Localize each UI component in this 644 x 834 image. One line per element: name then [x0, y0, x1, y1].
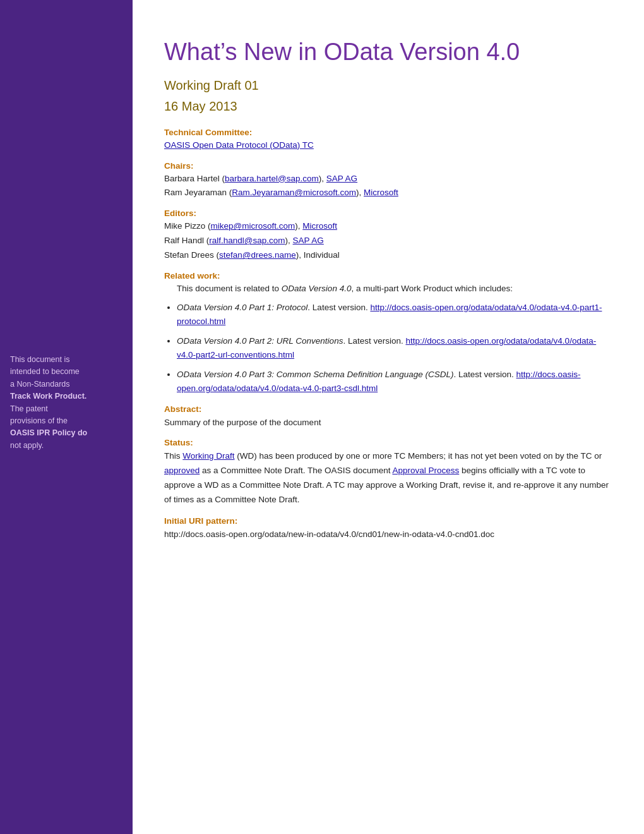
odata-tc-link[interactable]: OASIS Open Data Protocol (OData) TC [164, 140, 314, 150]
status-label: Status: [164, 438, 612, 447]
editor1-row: Mike Pizzo (mikep@microsoft.com), Micros… [164, 220, 612, 233]
chair1-email-link[interactable]: barbara.hartel@sap.com [225, 174, 319, 183]
bullet2-italic: OData Version 4.0 Part 2: URL Convention… [177, 336, 343, 346]
sidebar-note: This document is intended to become a No… [10, 354, 122, 452]
initial-uri-label: Initial URI pattern: [164, 516, 612, 526]
editor2-mid: ), [285, 236, 293, 245]
sidebar-note-bold2: OASIS IPR Policy do [10, 428, 87, 437]
related-work-label: Related work: [164, 271, 612, 281]
list-item: OData Version 4.0 Part 2: URL Convention… [177, 334, 612, 361]
editor2-org-link[interactable]: SAP AG [293, 236, 324, 245]
chair1-row: Barbara Hartel (barbara.hartel@sap.com),… [164, 172, 612, 186]
approved-link[interactable]: approved [164, 466, 200, 475]
chair2-mid: ), [356, 188, 364, 197]
technical-committee-row: OASIS Open Data Protocol (OData) TC [164, 139, 612, 152]
editor2-row: Ralf Handl (ralf.handl@sap.com), SAP AG [164, 234, 612, 248]
bullet3-italic: OData Version 4.0 Part 3: Common Schema … [177, 370, 453, 379]
chair1-mid: ), [319, 174, 326, 183]
editors-label: Editors: [164, 208, 612, 218]
abstract-text: Summary of the purpose of the document [164, 416, 612, 430]
sidebar-note-line4: The patent [10, 404, 48, 413]
editor1-name: Mike Pizzo ( [164, 221, 211, 231]
working-draft-link[interactable]: Working Draft [182, 451, 234, 461]
technical-committee-label: Technical Committee: [164, 128, 612, 137]
chair1-org-link[interactable]: SAP AG [326, 174, 357, 183]
related-work-intro: This document is related to OData Versio… [177, 282, 612, 296]
chair2-name: Ram Jeyaraman ( [164, 188, 232, 197]
sidebar-note-line6: not apply. [10, 441, 44, 450]
doc-title: What’s New in OData Version 4.0 [164, 38, 612, 67]
related-work-bullets: OData Version 4.0 Part 1: Protocol. Late… [177, 301, 612, 396]
sidebar-note-line5: provisions of the [10, 416, 68, 425]
editor1-email-link[interactable]: mikep@microsoft.com [211, 221, 295, 231]
related-work-rest: , a multi-part Work Product which includ… [351, 284, 513, 293]
list-item: OData Version 4.0 Part 3: Common Schema … [177, 368, 612, 395]
main-content: What’s New in OData Version 4.0 Working … [133, 0, 644, 834]
editor3-mid: ), Individual [296, 250, 340, 260]
bullet1-italic: OData Version 4.0 Part 1: Protocol [177, 303, 307, 312]
sidebar-note-line1: This document is [10, 355, 69, 364]
status-after-link1: (WD) has been produced by one or more TC… [235, 451, 602, 461]
initial-uri-text: http://docs.oasis-open.org/odata/new-in-… [164, 528, 612, 541]
doc-subtitle: Working Draft 01 [164, 78, 612, 93]
status-after-link2: as a Committee Note Draft. The OASIS doc… [200, 466, 392, 475]
editor1-mid: ), [295, 221, 302, 231]
doc-date: 16 May 2013 [164, 99, 612, 114]
chair2-row: Ram Jeyaraman (Ram.Jeyaraman@microsoft.c… [164, 186, 612, 200]
approval-process-link[interactable]: Approval Process [392, 466, 459, 475]
chair1-name: Barbara Hartel ( [164, 174, 225, 183]
editor3-name: Stefan Drees ( [164, 250, 219, 260]
editor1-org-link[interactable]: Microsoft [302, 221, 337, 231]
related-work-intro-text: This document is related to [177, 284, 282, 293]
sidebar-note-line2: intended to become [10, 367, 80, 376]
related-work-italic: OData Version 4.0 [282, 284, 352, 293]
editor2-name: Ralf Handl ( [164, 236, 209, 245]
editor3-email-link[interactable]: stefan@drees.name [219, 250, 296, 260]
status-before-link1: This [164, 451, 182, 461]
abstract-label: Abstract: [164, 404, 612, 414]
chair2-org-link[interactable]: Microsoft [364, 188, 398, 197]
editor2-email-link[interactable]: ralf.handl@sap.com [209, 236, 285, 245]
editor3-row: Stefan Drees (stefan@drees.name), Indivi… [164, 249, 612, 262]
sidebar-note-line3: a Non-Standards [10, 380, 70, 389]
chairs-label: Chairs: [164, 161, 612, 171]
chair2-email-link[interactable]: Ram.Jeyaraman@microsoft.com [232, 188, 356, 197]
sidebar-note-bold1: Track Work Product. [10, 392, 86, 401]
list-item: OData Version 4.0 Part 1: Protocol. Late… [177, 301, 612, 328]
sidebar: This document is intended to become a No… [0, 0, 133, 834]
page-wrapper: This document is intended to become a No… [0, 0, 644, 834]
status-text: This Working Draft (WD) has been produce… [164, 449, 612, 507]
